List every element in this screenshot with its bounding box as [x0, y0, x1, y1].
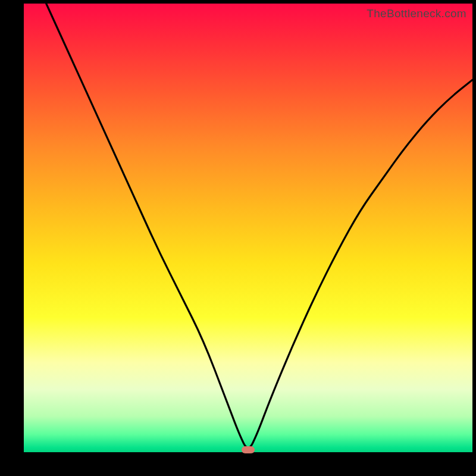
gradient-background [24, 4, 472, 452]
plot-area: TheBottleneck.com [24, 4, 472, 452]
chart-container: TheBottleneck.com [0, 0, 476, 476]
optimal-marker [242, 446, 255, 453]
watermark-text: TheBottleneck.com [367, 7, 466, 20]
